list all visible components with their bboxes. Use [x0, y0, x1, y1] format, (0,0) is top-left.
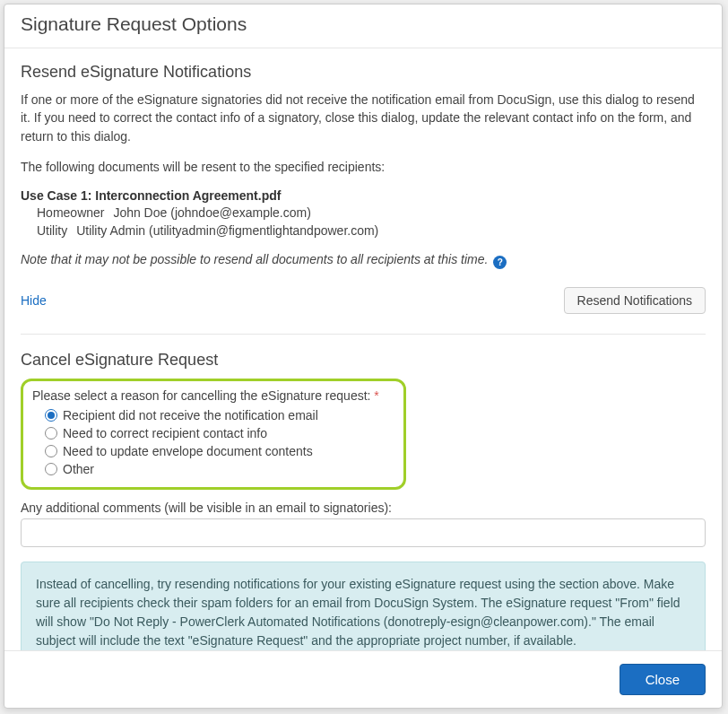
cancel-info-panel: Instead of cancelling, try resending not… [21, 562, 706, 650]
resend-note-line: Note that it may not be possible to rese… [21, 252, 706, 269]
modal-footer: Close [4, 650, 722, 708]
recipient-row: Homeowner John Doe (johndoe@example.com) [21, 205, 706, 222]
hide-link[interactable]: Hide [21, 293, 47, 308]
comments-label: Any additional comments (will be visible… [21, 501, 706, 515]
resend-list-intro: The following documents will be resent t… [21, 158, 706, 176]
signature-request-options-modal: Signature Request Options Resend eSignat… [4, 4, 723, 709]
resend-heading: Resend eSignature Notifications [21, 63, 706, 82]
modal-header: Signature Request Options [4, 4, 722, 48]
radio-icon [45, 445, 57, 457]
radio-option-correct-contact[interactable]: Need to correct recipient contact info [32, 424, 394, 442]
close-button[interactable]: Close [620, 664, 706, 695]
modal-title: Signature Request Options [21, 13, 706, 35]
radio-label: Other [63, 462, 94, 476]
cancel-heading: Cancel eSignature Request [21, 351, 706, 370]
info-icon[interactable]: ? [493, 256, 507, 269]
document-block: Use Case 1: Interconnection Agreement.pd… [21, 188, 706, 239]
recipient-name-email: John Doe (johndoe@example.com) [113, 205, 310, 222]
radio-icon [45, 463, 57, 475]
radio-option-update-document[interactable]: Need to update envelope document content… [32, 442, 394, 460]
resend-intro: If one or more of the eSignature signato… [21, 91, 706, 145]
radio-option-other[interactable]: Other [32, 460, 394, 478]
modal-body: Resend eSignature Notifications If one o… [4, 48, 722, 650]
resend-note: Note that it may not be possible to rese… [21, 252, 488, 266]
resend-notifications-button[interactable]: Resend Notifications [564, 287, 706, 314]
document-name: Use Case 1: Interconnection Agreement.pd… [21, 188, 706, 203]
recipient-name-email: Utility Admin (utilityadmin@figmentlight… [76, 222, 378, 240]
recipient-role: Homeowner [37, 205, 104, 222]
radio-label: Need to correct recipient contact info [63, 426, 267, 440]
radio-option-not-received[interactable]: Recipient did not receive the notificati… [32, 406, 394, 424]
radio-label: Need to update envelope document content… [63, 444, 313, 458]
recipient-role: Utility [37, 222, 67, 240]
cancel-reason-label: Please select a reason for cancelling th… [32, 388, 394, 403]
radio-icon [45, 409, 57, 422]
recipient-row: Utility Utility Admin (utilityadmin@figm… [21, 222, 706, 240]
radio-label: Recipient did not receive the notificati… [63, 408, 318, 422]
cancel-reason-highlight: Please select a reason for cancelling th… [21, 379, 406, 490]
required-indicator: * [374, 388, 378, 403]
radio-icon [45, 427, 57, 440]
comments-input[interactable] [21, 518, 706, 547]
resend-footer: Hide Resend Notifications [21, 287, 706, 335]
